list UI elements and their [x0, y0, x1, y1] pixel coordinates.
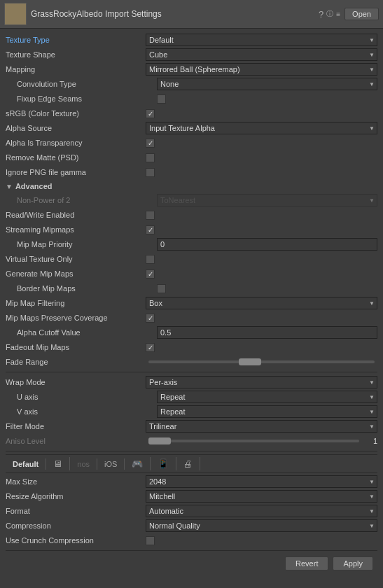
max-size-dropdown-wrap[interactable]: 2048 [146, 475, 377, 488]
v-axis-dropdown[interactable]: Repeat [157, 405, 377, 418]
virtual-texture-checkbox[interactable] [146, 255, 155, 264]
mip-priority-input[interactable] [157, 238, 377, 251]
streaming-mipmaps-row: Streaming Mipmaps [6, 223, 377, 237]
format-dropdown[interactable]: Automatic [146, 505, 377, 517]
max-size-label: Max Size [6, 477, 146, 486]
border-mipmaps-row: Border Mip Maps [6, 281, 377, 295]
resize-algo-dropdown[interactable]: Mitchell [146, 490, 377, 503]
u-axis-label: U axis [17, 393, 157, 401]
mapping-dropdown[interactable]: Mirrored Ball (Spheremap) [146, 63, 377, 76]
advanced-label: Advanced [15, 182, 53, 190]
remove-matte-checkbox[interactable] [146, 153, 155, 162]
filter-mode-dropdown[interactable]: Trilinear [146, 420, 377, 433]
generate-mipmaps-label: Generate Mip Maps [6, 270, 146, 278]
tab-print[interactable]: 🖨 [176, 457, 200, 470]
compression-dropdown-wrap[interactable]: Normal Quality [146, 519, 377, 532]
gamepad-icon: 🎮 [132, 458, 143, 469]
border-mipmaps-checkbox[interactable] [157, 284, 166, 293]
u-axis-row: U axis Repeat [6, 390, 377, 404]
texture-type-dropdown-wrap[interactable]: Default [146, 34, 377, 46]
wrap-mode-label: Wrap Mode [6, 378, 146, 386]
asset-icon [4, 3, 27, 25]
generate-mipmaps-checkbox[interactable] [146, 270, 155, 279]
divider-2 [6, 451, 377, 451]
streaming-mipmaps-label: Streaming Mipmaps [6, 225, 146, 234]
texture-shape-dropdown-wrap[interactable]: Cube [146, 48, 377, 61]
alpha-source-dropdown[interactable]: Input Texture Alpha [146, 122, 377, 134]
alpha-source-row: Alpha Source Input Texture Alpha [6, 121, 377, 135]
fade-range-thumb[interactable] [239, 358, 261, 365]
convolution-dropdown[interactable]: None [157, 78, 377, 90]
texture-shape-dropdown[interactable]: Cube [146, 48, 377, 61]
ignore-png-checkbox[interactable] [146, 168, 155, 177]
streaming-mipmaps-checkbox[interactable] [146, 225, 155, 234]
convolution-dropdown-wrap[interactable]: None [157, 78, 377, 90]
non-power-dropdown[interactable]: ToNearest [157, 194, 377, 206]
tab-nos[interactable]: nos [70, 458, 97, 470]
compression-label: Compression [6, 522, 146, 530]
tab-ios[interactable]: iOS [97, 458, 125, 470]
crunch-checkbox[interactable] [146, 536, 155, 545]
max-size-row: Max Size 2048 [6, 475, 377, 489]
advanced-section[interactable]: ▼ Advanced [6, 181, 377, 192]
texture-type-dropdown[interactable]: Default [146, 34, 377, 46]
resize-algo-dropdown-wrap[interactable]: Mitchell [146, 490, 377, 503]
alpha-cutoff-input[interactable] [157, 326, 377, 339]
wrap-mode-dropdown-wrap[interactable]: Per-axis [146, 376, 377, 388]
alpha-transparency-checkbox[interactable] [146, 139, 155, 148]
convolution-row: Convolution Type None [6, 77, 377, 91]
alpha-source-dropdown-wrap[interactable]: Input Texture Alpha [146, 122, 377, 134]
aniso-thumb[interactable] [148, 438, 171, 444]
filter-mode-dropdown-wrap[interactable]: Trilinear [146, 420, 377, 433]
compression-row: Compression Normal Quality [6, 519, 377, 533]
question-icon[interactable]: ? [319, 9, 323, 20]
main-content: Texture Type Default Texture Shape Cube … [0, 29, 383, 579]
mip-filtering-dropdown-wrap[interactable]: Box [146, 297, 377, 309]
texture-type-label: Texture Type [6, 36, 146, 44]
format-dropdown-wrap[interactable]: Automatic [146, 505, 377, 517]
wrap-mode-dropdown[interactable]: Per-axis [146, 376, 377, 388]
aniso-value: 1 [366, 437, 377, 445]
fixup-checkbox[interactable] [157, 94, 166, 104]
tab-mobile[interactable]: 📱 [151, 457, 176, 470]
tab-default[interactable]: Default [6, 458, 46, 470]
alpha-cutoff-row: Alpha Cutoff Value [6, 326, 377, 340]
v-axis-dropdown-wrap[interactable]: Repeat [157, 405, 377, 418]
advanced-arrow: ▼ [6, 183, 13, 190]
ignore-png-label: Ignore PNG file gamma [6, 168, 146, 176]
texture-type-value: Default [146, 34, 377, 46]
mapping-dropdown-wrap[interactable]: Mirrored Ball (Spheremap) [146, 63, 377, 76]
mip-filtering-dropdown[interactable]: Box [146, 297, 377, 309]
crunch-row: Use Crunch Compression [6, 533, 377, 547]
bottom-buttons: Revert Apply [6, 550, 377, 575]
open-button[interactable]: Open [344, 8, 379, 20]
read-write-label: Read/Write Enabled [6, 211, 146, 219]
format-label: Format [6, 507, 146, 515]
v-axis-row: V axis Repeat [6, 405, 377, 419]
apply-button[interactable]: Apply [333, 556, 373, 570]
preserve-coverage-checkbox[interactable] [146, 314, 155, 323]
read-write-checkbox[interactable] [146, 211, 155, 220]
virtual-texture-row: Virtual Texture Only [6, 252, 377, 266]
resize-algo-label: Resize Algorithm [6, 492, 146, 500]
fadeout-mipmaps-checkbox[interactable] [146, 343, 155, 352]
srgb-checkbox[interactable] [146, 109, 155, 118]
fade-range-slider[interactable] [148, 360, 375, 363]
convolution-label: Convolution Type [17, 80, 157, 88]
aniso-slider[interactable] [148, 440, 359, 442]
max-size-dropdown[interactable]: 2048 [146, 475, 377, 488]
u-axis-dropdown-wrap[interactable]: Repeat [157, 391, 377, 403]
ignore-png-row: Ignore PNG file gamma [6, 165, 377, 179]
non-power-dropdown-wrap[interactable]: ToNearest [157, 194, 377, 206]
info-icon[interactable]: ⓘ [326, 9, 333, 19]
tab-desktop[interactable]: 🖥 [46, 457, 70, 470]
u-axis-dropdown[interactable]: Repeat [157, 391, 377, 403]
more-icon[interactable]: ≡ [336, 10, 340, 18]
compression-dropdown[interactable]: Normal Quality [146, 519, 377, 532]
remove-matte-label: Remove Matte (PSD) [6, 153, 146, 162]
texture-type-row: Texture Type Default [6, 33, 377, 47]
tab-gamepad[interactable]: 🎮 [125, 457, 151, 470]
filter-mode-row: Filter Mode Trilinear [6, 419, 377, 433]
revert-button[interactable]: Revert [285, 556, 328, 570]
tab-nos-label: nos [77, 460, 90, 468]
